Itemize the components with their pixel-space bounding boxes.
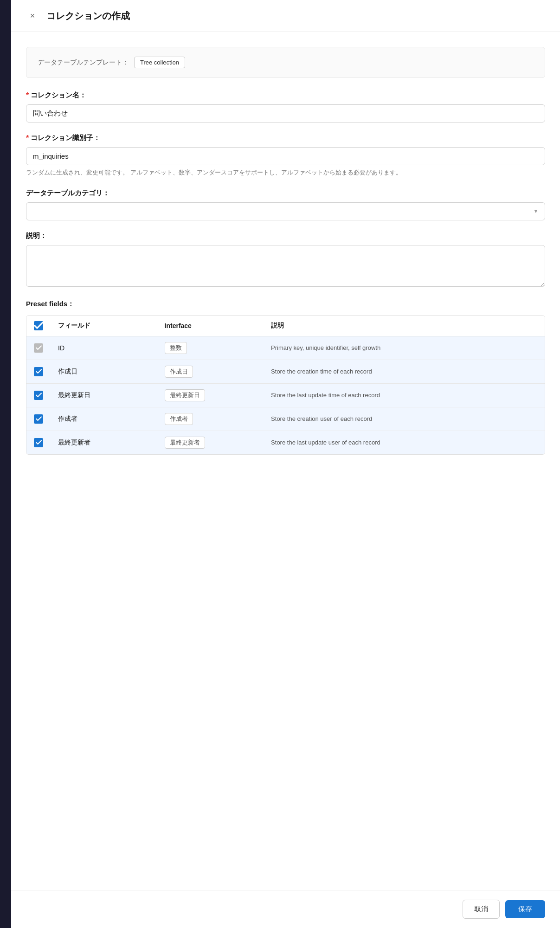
collection-id-group: * コレクション識別子： ランダムに生成され、変更可能です。 アルファベット、数…	[26, 134, 545, 178]
save-button[interactable]: 保存	[505, 900, 545, 918]
col-interface-header: Interface	[165, 322, 271, 329]
category-select[interactable]	[26, 202, 545, 220]
create-collection-dialog: × コレクションの作成 データテーブルテンプレート： Tree collecti…	[11, 0, 560, 928]
field-name-created-by: 作成者	[58, 415, 165, 423]
description-id: Primary key, unique identifier, self gro…	[271, 344, 537, 351]
description-updated-at: Store the last update time of each recor…	[271, 392, 537, 399]
row-checkbox-updated-at[interactable]	[34, 391, 43, 400]
select-all-checkbox[interactable]	[34, 321, 43, 330]
interface-badge-created-by: 作成者	[165, 413, 271, 425]
col-description-header: 説明	[271, 322, 537, 330]
row-checkbox-id	[34, 343, 43, 353]
category-label: データテーブルカテゴリ：	[26, 189, 545, 198]
interface-badge-updated-by: 最終更新者	[165, 437, 271, 449]
preset-fields-section: Preset fields： フィールド Interface 説明	[26, 300, 545, 455]
template-value: Tree collection	[134, 57, 185, 68]
table-row: 最終更新日 最終更新日 Store the last update time o…	[26, 384, 545, 407]
description-label: 説明：	[26, 232, 545, 240]
description-group: 説明：	[26, 232, 545, 289]
row-checkbox-created-by[interactable]	[34, 414, 43, 424]
dialog-footer: 取消 保存	[11, 890, 560, 928]
category-group: データテーブルカテゴリ： ▼	[26, 189, 545, 220]
category-select-wrapper: ▼	[26, 202, 545, 220]
field-name-updated-at: 最終更新日	[58, 391, 165, 400]
table-row: 最終更新者 最終更新者 Store the last update user o…	[26, 431, 545, 454]
table-row: ID 整数 Primary key, unique identifier, se…	[26, 336, 545, 360]
dialog-title: コレクションの作成	[46, 10, 130, 22]
table-row: 作成者 作成者 Store the creation user of each …	[26, 407, 545, 431]
field-name-id: ID	[58, 344, 165, 352]
required-star: *	[26, 91, 29, 100]
field-name-created-at: 作成日	[58, 367, 165, 376]
dialog-header: × コレクションの作成	[11, 0, 560, 32]
template-label: データテーブルテンプレート：	[38, 58, 129, 67]
template-section: データテーブルテンプレート： Tree collection	[26, 47, 545, 78]
col-field-header: フィールド	[58, 322, 165, 330]
collection-id-input[interactable]	[26, 147, 545, 165]
interface-badge-id: 整数	[165, 342, 271, 354]
row-checkbox-updated-by[interactable]	[34, 438, 43, 447]
table-row: 作成日 作成日 Store the creation time of each …	[26, 360, 545, 384]
field-name-updated-by: 最終更新者	[58, 438, 165, 447]
close-button[interactable]: ×	[26, 9, 39, 22]
collection-name-group: * コレクション名：	[26, 91, 545, 122]
interface-badge-updated-at: 最終更新日	[165, 389, 271, 401]
description-created-by: Store the creation user of each record	[271, 415, 537, 422]
description-updated-by: Store the last update user of each recor…	[271, 439, 537, 446]
dialog-body: データテーブルテンプレート： Tree collection * コレクション名…	[11, 32, 560, 890]
cancel-button[interactable]: 取消	[463, 900, 500, 919]
description-textarea[interactable]	[26, 245, 545, 287]
row-checkbox-created-at[interactable]	[34, 367, 43, 376]
preset-fields-table: フィールド Interface 説明 ID 整数 Primary key, un…	[26, 315, 545, 455]
collection-name-label: * コレクション名：	[26, 91, 545, 100]
collection-id-hint: ランダムに生成され、変更可能です。 アルファベット、数字、アンダースコアをサポー…	[26, 168, 545, 178]
sidebar	[0, 0, 11, 928]
preset-fields-title: Preset fields：	[26, 300, 545, 309]
table-header-row: フィールド Interface 説明	[26, 316, 545, 336]
description-created-at: Store the creation time of each record	[271, 368, 537, 375]
collection-name-input[interactable]	[26, 104, 545, 122]
interface-badge-created-at: 作成日	[165, 366, 271, 378]
collection-id-label: * コレクション識別子：	[26, 134, 545, 142]
required-star-2: *	[26, 134, 29, 142]
